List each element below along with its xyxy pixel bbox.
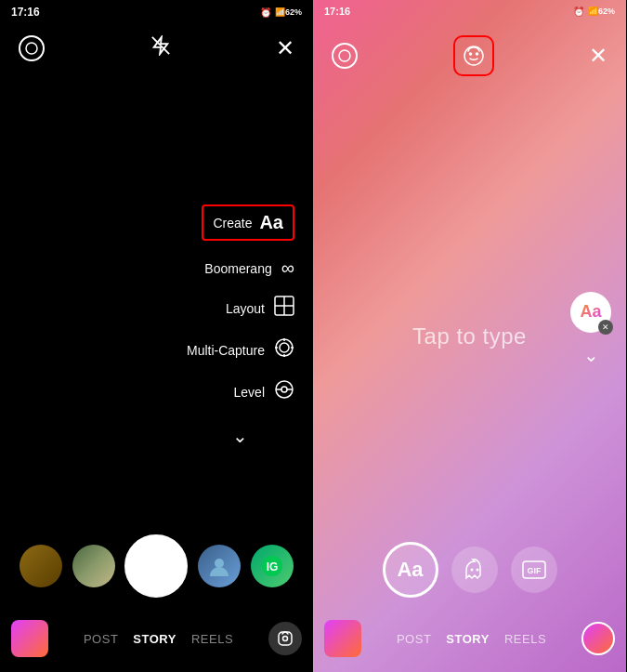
aa-badge-text: Aa — [580, 302, 601, 322]
level-icon — [274, 379, 294, 404]
level-svg — [274, 379, 294, 400]
ghost-icon — [464, 559, 486, 581]
aa-large-button[interactable]: Aa — [383, 542, 438, 598]
face-filter-icon-box[interactable] — [453, 35, 494, 76]
create-label: Create — [213, 216, 252, 231]
lens-icon — [25, 42, 38, 55]
right-top-bar: ✕ — [313, 26, 626, 86]
left-nav-labels: POST STORY REELS — [84, 632, 233, 646]
layout-svg — [274, 296, 294, 316]
right-time: 17:16 — [324, 6, 350, 17]
svg-point-13 — [281, 387, 287, 392]
menu-item-layout[interactable]: Layout — [187, 296, 294, 321]
left-bottom-nav: POST STORY REELS — [0, 605, 313, 672]
capture-button[interactable] — [124, 534, 188, 598]
nav-post-right[interactable]: POST — [397, 632, 431, 646]
gif-button[interactable]: GIF — [511, 547, 557, 593]
right-gallery-thumb[interactable] — [324, 620, 361, 657]
right-nav-labels: POST STORY REELS — [397, 632, 546, 646]
menu-item-level[interactable]: Level — [187, 379, 294, 404]
level-label: Level — [234, 385, 265, 400]
svg-text:IG: IG — [266, 560, 278, 573]
circle-icon[interactable] — [19, 35, 45, 61]
thumb-1[interactable] — [20, 545, 62, 587]
nav-circle-right[interactable] — [581, 622, 615, 655]
left-menu-items: Create Aa Boomerang ∞ Layout Multi-Captu… — [187, 204, 294, 447]
create-aa-icon: Aa — [259, 212, 283, 233]
nav-reels-right[interactable]: REELS — [504, 632, 546, 646]
aa-badge[interactable]: Aa ✕ — [570, 292, 611, 333]
left-gallery-thumb[interactable] — [11, 620, 48, 657]
right-status-icons: ⏰ 📶62% — [573, 7, 615, 17]
svg-point-24 — [470, 569, 473, 572]
svg-point-7 — [280, 343, 289, 352]
multi-capture-icon — [274, 337, 294, 362]
chevron-down-left[interactable]: ⌄ — [187, 425, 294, 447]
svg-point-20 — [339, 50, 350, 61]
menu-item-create[interactable]: Create Aa — [187, 204, 294, 241]
left-time: 17:16 — [11, 6, 40, 19]
menu-item-boomerang[interactable]: Boomerang ∞ — [187, 257, 294, 279]
camera-flip-icon — [276, 629, 294, 648]
close-button-left[interactable]: ✕ — [276, 35, 294, 61]
left-top-bar: ✕ — [0, 26, 313, 71]
aa-badge-container: Aa ✕ ⌄ — [570, 292, 611, 366]
multi-svg — [274, 337, 294, 358]
nav-story-right[interactable]: STORY — [446, 632, 490, 646]
left-bottom-thumbnails: IG — [0, 534, 313, 598]
instagram-svg: IG — [260, 554, 284, 578]
close-button-right[interactable]: ✕ — [589, 43, 607, 69]
svg-text:GIF: GIF — [527, 566, 542, 575]
svg-point-6 — [276, 339, 293, 356]
left-status-icons: ⏰ 📶62% — [260, 7, 302, 18]
flash-off-icon[interactable] — [150, 35, 171, 61]
svg-point-22 — [469, 53, 471, 55]
person-svg — [207, 554, 231, 578]
right-phone-panel: 17:16 ⏰ 📶62% ✕ Tap to type Aa — [313, 0, 626, 672]
camera-flip-button[interactable] — [268, 622, 302, 655]
face-icon — [462, 44, 486, 68]
aa-badge-close[interactable]: ✕ — [598, 320, 613, 335]
thumb-green[interactable]: IG — [251, 545, 294, 587]
left-status-bar: 17:16 ⏰ 📶62% — [0, 0, 313, 24]
gif-icon: GIF — [522, 560, 546, 579]
boomerang-label: Boomerang — [204, 261, 271, 276]
right-bottom-buttons: Aa GIF — [313, 542, 626, 598]
alarm-icon: ⏰ — [260, 7, 271, 18]
thumb-person[interactable] — [198, 545, 241, 587]
multi-capture-label: Multi-Capture — [187, 343, 265, 358]
nav-story-left[interactable]: STORY — [133, 632, 176, 646]
right-status-bar: 17:16 ⏰ 📶62% — [313, 0, 626, 22]
nav-post-left[interactable]: POST — [84, 632, 118, 646]
left-phone-panel: 17:16 ⏰ 📶62% ✕ Create Aa — [0, 0, 313, 672]
menu-item-multi-capture[interactable]: Multi-Capture — [187, 337, 294, 362]
thumb-2[interactable] — [72, 545, 115, 587]
ghost-button[interactable] — [451, 547, 498, 593]
tap-to-type-text[interactable]: Tap to type — [412, 323, 527, 349]
boomerang-icon: ∞ — [281, 257, 294, 279]
layout-label: Layout — [226, 301, 265, 316]
svg-point-25 — [476, 569, 478, 572]
svg-point-16 — [215, 559, 224, 568]
right-bottom-nav: POST STORY REELS — [313, 605, 626, 672]
aa-large-text: Aa — [397, 558, 423, 582]
svg-point-21 — [464, 46, 483, 65]
signal-text-right: 📶62% — [588, 7, 615, 16]
svg-point-23 — [476, 53, 477, 55]
svg-point-19 — [283, 637, 288, 641]
circle-icon-right[interactable] — [332, 43, 358, 69]
nav-reels-left[interactable]: REELS — [191, 632, 233, 646]
signal-text: 📶62% — [275, 7, 302, 17]
chevron-down-right[interactable]: ⌄ — [583, 344, 599, 366]
alarm-icon-right: ⏰ — [573, 7, 584, 17]
svg-point-0 — [26, 43, 37, 54]
layout-icon — [274, 296, 294, 321]
lens-icon-right — [338, 49, 351, 62]
